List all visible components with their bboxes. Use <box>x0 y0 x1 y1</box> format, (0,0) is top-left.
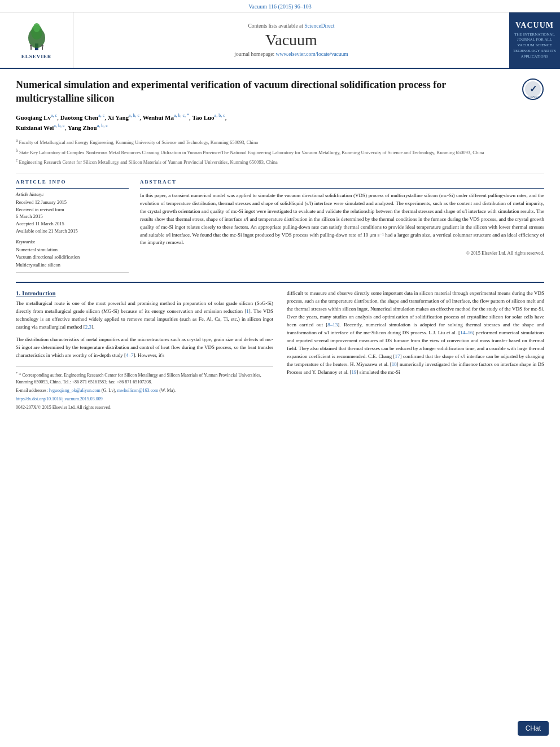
footnote-section: * * Corresponding author. Engineering Re… <box>16 366 273 411</box>
homepage-line: journal homepage: www.elsevier.com/locat… <box>234 51 348 57</box>
page: Vacuum 116 (2015) 96–103 ELSEVIER <box>0 0 560 418</box>
intro-section-title: 1. Introduction <box>16 290 273 296</box>
journal-reference-bar: Vacuum 116 (2015) 96–103 <box>0 0 560 12</box>
author-guoqiang: Guoqiang Lv <box>16 113 51 120</box>
chat-badge[interactable]: CHat <box>518 721 549 736</box>
ref-14-16[interactable]: 14–16 <box>460 330 473 335</box>
article-history: Article history: Received 12 January 201… <box>16 192 129 235</box>
vacuum-logo-text: VACUUM <box>515 21 554 30</box>
email-footnote: E-mail addresses: lvguoqiang_ok@aliyun.c… <box>16 387 273 394</box>
elsevier-brand-text: ELSEVIER <box>21 54 52 59</box>
doi-link[interactable]: http://dx.doi.org/10.1016/j.vacuum.2015.… <box>16 396 103 401</box>
ref-19[interactable]: 19 <box>351 369 356 375</box>
author-yang: Yang Zhou <box>68 124 97 131</box>
affiliations: a Faculty of Metallurgical and Energy En… <box>16 137 544 166</box>
journal-center-branding: Contents lists available at ScienceDirec… <box>73 12 509 68</box>
vacuum-logo-subtitle: THE INTERNATIONAL JOURNAL FOR ALL VACUUM… <box>513 32 557 60</box>
svg-rect-5 <box>30 47 32 50</box>
intro-right-para1: difficult to measure and observe directl… <box>287 290 544 376</box>
keyword-1: Numerical simulation <box>16 246 129 254</box>
email-lv-link[interactable]: lvguoqiang_ok@aliyun.com <box>49 388 100 393</box>
article-title: Numerical simulation and experimental ve… <box>16 78 522 106</box>
contents-available-line: Contents lists available at ScienceDirec… <box>248 23 334 29</box>
svg-text:CrossMark: CrossMark <box>527 95 540 98</box>
received-revised: Received in revised form6 March 2015 <box>16 206 129 221</box>
body-right-col: difficult to measure and observe directl… <box>287 290 544 412</box>
article-info-column: ARTICLE INFO Article history: Received 1… <box>16 179 129 273</box>
article-info-heading: ARTICLE INFO <box>16 179 129 185</box>
elsevier-tree-icon <box>20 21 54 52</box>
intro-para2: The distribution characteristics of meta… <box>16 336 273 360</box>
svg-rect-7 <box>42 47 43 50</box>
issn-line: 0042-207X/© 2015 Elsevier Ltd. All right… <box>16 404 273 411</box>
intro-para1: The metallurgical route is one of the mo… <box>16 300 273 331</box>
body-divider <box>16 282 544 283</box>
ref-4-7[interactable]: 4–7 <box>126 352 134 358</box>
body-columns: 1. Introduction The metallurgical route … <box>16 290 544 412</box>
affiliation-a: a Faculty of Metallurgical and Energy En… <box>16 137 544 146</box>
vacuum-logo-box: VACUUM THE INTERNATIONAL JOURNAL FOR ALL… <box>509 12 560 68</box>
abstract-box: In this paper, a transient numerical mod… <box>140 188 544 256</box>
received-date: Received 12 January 2015 <box>16 199 129 206</box>
affiliation-b: b State Key Laboratory of Complex Nonfer… <box>16 147 544 156</box>
keywords-label: Keywords: <box>16 239 129 244</box>
affiliation-c: c Engineering Research Center for Silico… <box>16 157 544 166</box>
elsevier-logo-block: ELSEVIER <box>0 12 73 68</box>
article-title-section: Numerical simulation and experimental ve… <box>16 78 544 106</box>
ref-2-3[interactable]: 2,3 <box>85 324 91 330</box>
science-direct-link[interactable]: ScienceDirect <box>304 23 334 29</box>
doi-line: http://dx.doi.org/10.1016/j.vacuum.2015.… <box>16 396 273 403</box>
svg-point-6 <box>41 45 43 47</box>
keyword-3: Multicrystalline silicon <box>16 261 129 269</box>
keywords-section: Keywords: Numerical simulation Vacuum di… <box>16 239 129 269</box>
main-content: Numerical simulation and experimental ve… <box>0 69 560 418</box>
author-tao: Tao Luo <box>193 113 215 120</box>
corresponding-note: * * Corresponding author. Engineering Re… <box>16 370 273 386</box>
journal-header: ELSEVIER Contents lists available at Sci… <box>0 12 560 69</box>
author-daotong: Daotong Chen <box>60 113 99 120</box>
accepted-date: Accepted 11 March 2015 <box>16 220 129 228</box>
svg-text:✓: ✓ <box>530 84 537 94</box>
email-ma-link[interactable]: mwhsilicon@163.com <box>117 388 158 393</box>
author-kuixianai: Kuixianai Wei <box>16 124 54 131</box>
copyright-line: © 2015 Elsevier Ltd. All rights reserved… <box>140 250 544 256</box>
abstract-text: In this paper, a transient numerical mod… <box>140 192 544 247</box>
body-left-col: 1. Introduction The metallurgical route … <box>16 290 273 412</box>
header-divider <box>16 173 544 173</box>
abstract-heading: ABSTRACT <box>140 179 544 185</box>
ref-1[interactable]: 1 <box>246 308 249 314</box>
crossmark-icon: ✓ CrossMark <box>522 78 544 101</box>
article-info-box: Article history: Received 12 January 201… <box>16 188 129 273</box>
ref-8-13[interactable]: 8–13 <box>327 322 338 327</box>
svg-point-4 <box>30 45 32 47</box>
journal-title-large: Vacuum <box>265 31 317 49</box>
keyword-2: Vacuum directional solidification <box>16 254 129 261</box>
ref-17[interactable]: 17 <box>395 353 400 359</box>
ref-18[interactable]: 18 <box>392 361 397 367</box>
author-wenhui: Wenhui Ma <box>143 113 174 120</box>
journal-reference: Vacuum 116 (2015) 96–103 <box>248 3 312 10</box>
available-online: Available online 21 March 2015 <box>16 228 129 235</box>
author-xi: Xi Yang <box>108 113 129 120</box>
abstract-column: ABSTRACT In this paper, a transient nume… <box>140 179 544 273</box>
info-abstract-section: ARTICLE INFO Article history: Received 1… <box>16 179 544 273</box>
svg-point-3 <box>33 23 40 32</box>
authors-line: Guoqiang Lva, c, Daotong Chena, c, Xi Ya… <box>16 112 544 133</box>
homepage-link[interactable]: www.elsevier.com/locate/vacuum <box>276 51 348 57</box>
history-label: Article history: <box>16 192 129 197</box>
